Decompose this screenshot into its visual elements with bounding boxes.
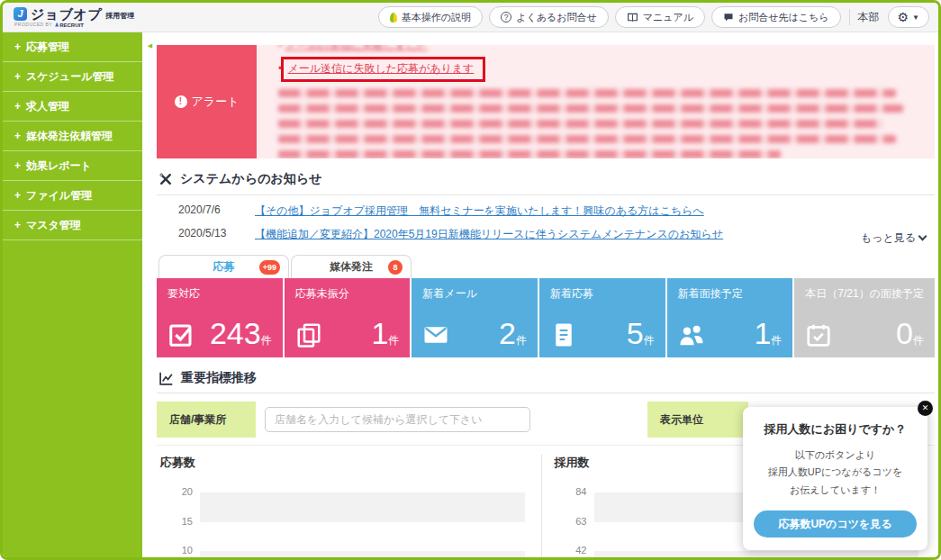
faq-button[interactable]: ? よくあるお問合せ — [489, 6, 609, 28]
gridline-band — [200, 492, 525, 522]
alert-label-box: ! アラート — [157, 45, 257, 158]
sidebar-item-label: 応募管理 — [26, 40, 69, 55]
store-search-input[interactable] — [265, 407, 530, 432]
tab-label: 応募 — [213, 259, 235, 275]
notice-date: 2020/7/6 — [157, 203, 233, 219]
y-tick: 42 — [562, 545, 587, 555]
sidebar-item-media-orders[interactable]: + 媒体発注依頼管理 — [3, 122, 142, 151]
y-tick: 84 — [562, 486, 587, 497]
sidebar-item-files[interactable]: + ファイル管理 — [3, 181, 142, 211]
applications-chart: 応募数 20 15 10 — [157, 455, 541, 560]
chart-plot-area: 20 15 10 — [200, 483, 525, 560]
tools-icon — [158, 172, 173, 186]
expand-plus-icon: + — [14, 130, 21, 142]
chart-title: 応募数 — [160, 455, 541, 471]
card-new-applications[interactable]: 新着応募 5件 — [539, 278, 665, 357]
sidebar-item-jobs[interactable]: + 求人管理 — [3, 92, 142, 122]
documents-icon — [295, 321, 322, 348]
metrics-title: 重要指標推移 — [181, 370, 257, 386]
sidebar-item-reports[interactable]: + 効果レポート — [3, 151, 142, 181]
tab-media-orders[interactable]: 媒体発注 8 — [291, 255, 412, 278]
card-value: 243 — [210, 316, 261, 350]
alert-link[interactable]: メールの受信に失敗しました — [285, 45, 428, 51]
line-chart-icon — [158, 371, 174, 386]
question-icon: ? — [501, 12, 511, 23]
y-tick: 20 — [167, 486, 193, 497]
sidebar-item-schedule[interactable]: + スケジュール管理 — [3, 62, 142, 92]
expand-plus-icon: + — [14, 70, 21, 83]
store-filter-label: 店舗/事業所 — [157, 402, 256, 438]
close-icon[interactable]: ✕ — [918, 401, 933, 416]
metrics-section-header: 重要指標推移 — [157, 370, 935, 393]
calendar-icon — [805, 321, 832, 348]
settings-menu-button[interactable]: ⚙ ▼ — [888, 6, 929, 28]
mail-send-failed-link[interactable]: メール送信に失敗した応募があります — [288, 62, 475, 75]
expand-plus-icon: + — [14, 100, 21, 113]
gridline-band — [594, 551, 919, 560]
sidebar-nav: + 応募管理 + スケジュール管理 + 求人管理 + 媒体発注依頼管理 + 効果… — [3, 32, 142, 560]
exclamation-icon: ! — [175, 95, 187, 108]
chevron-down-icon — [918, 232, 927, 241]
display-unit-label: 表示単位 — [647, 402, 748, 438]
card-value: 1 — [371, 316, 388, 350]
card-unit: 件 — [913, 334, 924, 347]
y-tick: 63 — [562, 516, 587, 527]
card-unit: 件 — [261, 334, 272, 347]
notices-title: システムからのお知らせ — [180, 171, 321, 187]
sidebar-item-label: マスタ管理 — [26, 218, 81, 233]
card-unit: 件 — [644, 334, 655, 347]
notice-date: 2020/5/13 — [157, 227, 233, 242]
tips-button[interactable]: 応募数UPのコツを見る — [754, 510, 917, 537]
highlight-box: メール送信に失敗した応募があります — [281, 57, 486, 82]
card-new-mail[interactable]: 新着メール 2件 — [412, 278, 538, 357]
user-role-label: 本部 — [858, 10, 880, 25]
card-needs-action[interactable]: 要対応 243件 — [157, 278, 283, 357]
show-more-label: もっと見る — [861, 230, 916, 246]
sidebar-item-applications[interactable]: + 応募管理 — [3, 32, 142, 62]
card-unit: 件 — [516, 334, 527, 347]
y-tick: 15 — [167, 516, 193, 527]
sidebar-collapse-button[interactable]: ◀ — [144, 40, 156, 51]
hiring-tips-popup: ✕ 採用人数にお困りですか？ 以下のボタンより 採用人数UPにつながるコツを お… — [743, 407, 927, 550]
expand-plus-icon: + — [14, 189, 21, 202]
basic-operations-label: 基本操作の説明 — [402, 11, 471, 24]
card-value: 2 — [499, 316, 516, 350]
redacted-alert-row — [278, 150, 781, 158]
sidebar-item-label: 媒体発注依頼管理 — [26, 129, 113, 144]
card-unit: 件 — [388, 334, 399, 347]
app-window: J ジョブオプ 採用管理 PRODUCED BY RECRUIT 基本操作の説明… — [0, 0, 941, 560]
card-unassigned-applications[interactable]: 応募未振分 1件 — [285, 278, 411, 357]
manual-button[interactable]: マニュアル — [615, 6, 705, 28]
document-icon — [550, 321, 577, 348]
contact-button[interactable]: お問合せ先はこちら — [711, 6, 841, 28]
sidebar-item-label: 求人管理 — [26, 99, 69, 114]
redacted-alert-row — [278, 104, 903, 113]
header-divider — [849, 9, 850, 25]
produced-by-label: PRODUCED BY — [14, 23, 52, 27]
notice-link[interactable]: 【その他】ジョブオプ採用管理 無料セミナーを実施いたします！興味のある方はこちら… — [255, 203, 704, 219]
sidebar-item-label: ファイル管理 — [26, 188, 92, 203]
card-value: 5 — [627, 316, 644, 350]
show-more-button[interactable]: もっと見る — [861, 230, 926, 246]
card-today-interviews[interactable]: 本日（7/21）の面接予定 0件 — [794, 278, 935, 357]
book-icon — [627, 12, 638, 23]
sidebar-item-master[interactable]: + マスタ管理 — [3, 211, 142, 240]
card-value: 1 — [754, 316, 771, 350]
notice-link[interactable]: 【機能追加／変更紹介】2020年5月19日新機能リリースに伴うシステムメンテナン… — [255, 227, 723, 242]
recruit-logo: RECRUIT — [55, 23, 84, 28]
tab-applications[interactable]: 応募 +99 — [158, 255, 289, 278]
basic-operations-button[interactable]: 基本操作の説明 — [378, 6, 483, 28]
card-new-interviews[interactable]: 新着面接予定 1件 — [667, 278, 793, 357]
contact-label: お問合せ先はこちら — [738, 11, 829, 24]
tab-badge: 8 — [388, 260, 403, 275]
alert-item-highlighted: メール送信に失敗した応募があります — [278, 57, 922, 82]
alert-item-cut: メールの受信に失敗しました — [278, 45, 922, 53]
alert-title: アラート — [192, 94, 240, 110]
chat-icon — [723, 12, 734, 23]
beginner-mark-icon — [390, 13, 397, 23]
redacted-alert-row — [278, 120, 883, 128]
tab-badge: +99 — [259, 260, 280, 275]
faq-label: よくあるお問合せ — [516, 11, 597, 24]
notice-row: 2020/5/13 【機能追加／変更紹介】2020年5月19日新機能リリースに伴… — [157, 227, 935, 242]
expand-plus-icon: + — [14, 219, 21, 231]
